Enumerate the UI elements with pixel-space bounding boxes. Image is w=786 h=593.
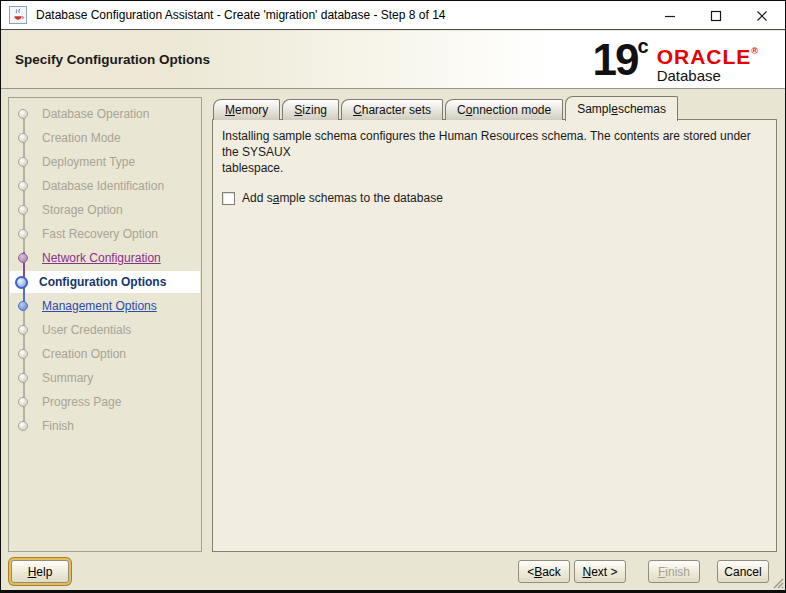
step-summary: Summary <box>9 366 201 390</box>
step-storage-option: Storage Option <box>9 198 201 222</box>
step-node-icon <box>18 349 28 359</box>
wizard-steps-sidebar: Database Operation Creation Mode Deploym… <box>8 97 202 552</box>
logo-brand: ORACLE <box>657 45 752 68</box>
step-management-options[interactable]: Management Options <box>9 294 201 318</box>
step-network-configuration[interactable]: Network Configuration <box>9 246 201 270</box>
resize-grip[interactable] <box>770 575 784 589</box>
back-button[interactable]: < Back <box>518 560 570 583</box>
step-deployment-type: Deployment Type <box>9 150 201 174</box>
finish-button: Finish <box>648 560 700 583</box>
sample-schemas-panel: Installing sample schema configures the … <box>212 119 777 552</box>
next-button[interactable]: Next > <box>574 560 626 583</box>
tab-sample-schemas[interactable]: Sample schemas <box>565 96 678 121</box>
dbca-wizard-window: Database Configuration Assistant - Creat… <box>0 0 786 593</box>
tab-memory[interactable]: Memory <box>213 99 280 120</box>
java-coffee-cup-icon <box>9 6 27 24</box>
add-sample-schemas-checkbox[interactable] <box>222 192 235 205</box>
config-tab-bar: Memory Sizing Character sets Connection … <box>213 95 680 120</box>
step-finish: Finish <box>9 414 201 438</box>
step-node-icon <box>15 276 28 289</box>
step-fast-recovery-option: Fast Recovery Option <box>9 222 201 246</box>
oracle-19c-logo: 19c ORACLE® Database <box>593 34 759 86</box>
tab-sizing[interactable]: Sizing <box>282 99 339 120</box>
add-sample-schemas-row[interactable]: Add sample schemas to the database <box>222 191 767 205</box>
step-node-icon <box>18 229 28 239</box>
step-node-icon <box>18 373 28 383</box>
step-node-icon <box>18 325 28 335</box>
step-creation-mode: Creation Mode <box>9 126 201 150</box>
wizard-header: Specify Configuration Options 19c ORACLE… <box>1 31 785 89</box>
step-node-icon <box>18 421 28 431</box>
logo-version: 19 <box>593 35 638 84</box>
cancel-button[interactable]: Cancel <box>717 560 769 583</box>
description-line-2: tablespace. <box>222 160 767 176</box>
page-title: Specify Configuration Options <box>15 52 210 67</box>
step-list: Database Operation Creation Mode Deploym… <box>9 102 201 438</box>
step-node-icon <box>18 397 28 407</box>
title-bar[interactable]: Database Configuration Assistant - Creat… <box>1 1 785 30</box>
step-user-credentials: User Credentials <box>9 318 201 342</box>
step-node-icon <box>18 157 28 167</box>
step-node-icon <box>18 181 28 191</box>
step-database-operation: Database Operation <box>9 102 201 126</box>
window-controls <box>647 1 785 30</box>
step-creation-option: Creation Option <box>9 342 201 366</box>
maximize-icon[interactable] <box>693 1 739 30</box>
main-area: Database Operation Creation Mode Deploym… <box>1 90 785 553</box>
step-node-icon <box>18 109 28 119</box>
step-node-icon <box>18 253 28 263</box>
minimize-icon[interactable] <box>647 1 693 30</box>
step-node-icon <box>18 205 28 215</box>
tab-character-sets[interactable]: Character sets <box>341 99 443 120</box>
add-sample-schemas-label: Add sample schemas to the database <box>242 191 443 205</box>
step-node-icon <box>18 133 28 143</box>
step-progress-page: Progress Page <box>9 390 201 414</box>
tab-connection-mode[interactable]: Connection mode <box>445 99 563 120</box>
logo-product: Database <box>657 68 759 84</box>
close-icon[interactable] <box>739 1 785 30</box>
description-line-1: Installing sample schema configures the … <box>222 128 767 160</box>
step-database-identification: Database Identification <box>9 174 201 198</box>
step-configuration-options: Configuration Options <box>9 270 201 294</box>
footer-bar: Help < Back Next > Finish Cancel <box>1 553 785 590</box>
window-title: Database Configuration Assistant - Creat… <box>36 8 445 22</box>
help-button[interactable]: Help <box>11 560 69 583</box>
step-node-icon <box>18 301 28 311</box>
logo-superscript: c <box>638 35 649 57</box>
registered-mark: ® <box>751 46 759 56</box>
